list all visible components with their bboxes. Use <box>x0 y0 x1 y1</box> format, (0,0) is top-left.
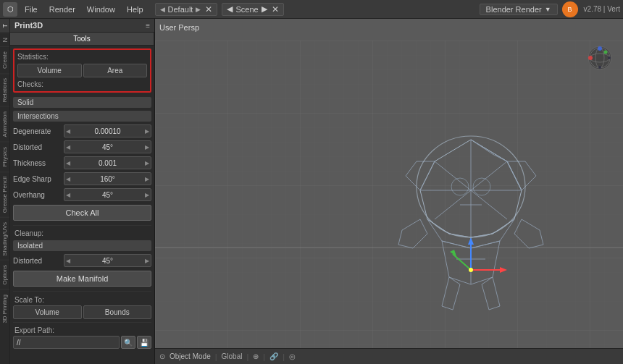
svg-line-30 <box>453 254 471 270</box>
thickness-value[interactable]: ◀ 0.001 ▶ <box>64 156 151 169</box>
statistics-section: Statistics: Volume Area Checks: <box>13 48 151 93</box>
svg-marker-12 <box>406 161 435 190</box>
viewport-mode-icon[interactable]: ⊙ <box>159 352 165 360</box>
solid-section-header[interactable]: Solid <box>13 97 151 108</box>
app-icon[interactable]: ⬡ <box>3 2 17 17</box>
edge-sharp-row: Edge Sharp ◀ 160° ▶ <box>13 172 151 186</box>
viewport-label: User Persp <box>159 23 199 32</box>
svg-marker-19 <box>398 219 427 248</box>
thickness-left-arrow[interactable]: ◀ <box>66 160 70 166</box>
engine-label: Blender Render <box>486 5 542 14</box>
svg-point-41 <box>604 51 608 54</box>
proportional-icon[interactable]: ◎ <box>289 352 296 360</box>
scene-prev-icon[interactable]: ◀ <box>227 4 233 14</box>
snap-icon[interactable]: 🔗 <box>269 352 278 360</box>
scale-bounds-button[interactable]: Bounds <box>83 305 152 319</box>
tab-tools[interactable]: Tools <box>10 33 154 45</box>
navigation-widget <box>587 45 613 71</box>
menu-help[interactable]: Help <box>121 4 149 15</box>
svg-marker-13 <box>507 161 536 190</box>
scene-selector[interactable]: ◀ Scene ▶ ✕ <box>222 3 283 16</box>
workspace-selector[interactable]: ◀ Default ▶ ✕ <box>155 3 218 16</box>
area-button[interactable]: Area <box>83 64 148 77</box>
svg-marker-29 <box>500 267 507 273</box>
edge-sharp-val-text: 160° <box>100 175 115 183</box>
scale-buttons: Volume Bounds <box>13 305 151 319</box>
left-tab-animation[interactable]: Animation <box>0 106 9 142</box>
edge-sharp-right-arrow[interactable]: ▶ <box>145 176 149 182</box>
isolated-section-header[interactable]: Isolated <box>13 240 151 251</box>
workspace-prev-icon[interactable]: ◀ <box>160 6 165 13</box>
workspace-next-icon[interactable]: ▶ <box>196 6 201 13</box>
intersections-section-header[interactable]: Intersections <box>13 111 151 122</box>
viewport[interactable]: User Persp <box>155 19 623 364</box>
degenerate-right-arrow[interactable]: ▶ <box>145 128 149 135</box>
degenerate-val-text: 0.00010 <box>94 127 120 135</box>
overhang-val-text: 45° <box>102 191 113 199</box>
version-label: v2.78 | Vert <box>584 5 620 13</box>
workspace-add-icon[interactable]: ✕ <box>205 4 212 14</box>
scale-to-label: Scale To: <box>10 294 154 305</box>
statistics-label: Statistics: <box>17 53 147 61</box>
global-local-toggle[interactable]: Global <box>222 352 243 360</box>
distorted-cleanup-val-text: 45° <box>102 257 113 265</box>
left-tab-grease[interactable]: Grease Pencil <box>0 172 9 217</box>
scene-next-icon[interactable]: ▶ <box>262 4 267 14</box>
left-tab-physics[interactable]: Physics <box>0 142 9 172</box>
distorted-checks-left-arrow[interactable]: ◀ <box>66 144 70 151</box>
distorted-cleanup-value[interactable]: ◀ 45° ▶ <box>64 254 151 267</box>
export-path-save-icon[interactable]: 💾 <box>137 336 151 349</box>
left-tab-relations[interactable]: Relations <box>0 73 9 106</box>
pivot-icon[interactable]: ⊕ <box>253 352 259 360</box>
cleanup-label: Cleanup: <box>10 228 154 239</box>
overhang-value[interactable]: ◀ 45° ▶ <box>64 188 151 201</box>
thickness-row: Thickness ◀ 0.001 ▶ <box>13 156 151 170</box>
svg-point-38 <box>598 66 601 69</box>
main-content: T N Create Relations Animation Physics G… <box>0 19 623 364</box>
degenerate-value[interactable]: ◀ 0.00010 ▶ <box>64 124 151 137</box>
divider-3 <box>13 322 151 323</box>
3d-model <box>348 125 594 321</box>
svg-marker-20 <box>514 219 543 248</box>
overhang-right-arrow[interactable]: ▶ <box>145 192 149 198</box>
distorted-cleanup-right-arrow[interactable]: ▶ <box>145 258 149 264</box>
engine-selector[interactable]: Blender Render ▼ <box>480 4 558 15</box>
left-tab-shading[interactable]: Shading/UVs <box>0 217 9 261</box>
distorted-checks-right-arrow[interactable]: ▶ <box>145 144 149 151</box>
edge-sharp-value[interactable]: ◀ 160° ▶ <box>64 172 151 185</box>
viewport-bottom-toolbar: ⊙ Object Mode | Global | ⊕ | 🔗 | ◎ <box>155 348 623 364</box>
workspace-label: Default <box>168 5 193 14</box>
export-path-browse-icon[interactable]: 🔍 <box>121 336 135 349</box>
scene-add-icon[interactable]: ✕ <box>272 4 279 14</box>
left-tab-tools[interactable]: T <box>0 19 9 33</box>
menu-render[interactable]: Render <box>43 4 81 15</box>
distorted-checks-value[interactable]: ◀ 45° ▶ <box>64 140 151 153</box>
left-tab-create[interactable]: Create <box>0 46 9 73</box>
volume-button[interactable]: Volume <box>17 64 82 77</box>
distorted-cleanup-left-arrow[interactable]: ◀ <box>66 258 70 264</box>
distorted-cleanup-label: Distorted <box>13 257 64 265</box>
overhang-left-arrow[interactable]: ◀ <box>66 192 70 198</box>
scale-volume-button[interactable]: Volume <box>13 305 82 319</box>
left-tab-options[interactable]: Options <box>0 260 9 289</box>
edge-sharp-left-arrow[interactable]: ◀ <box>66 176 70 182</box>
panel-tabs: Tools <box>10 33 154 46</box>
engine-dropdown-icon[interactable]: ▼ <box>545 6 551 13</box>
panel-menu-icon[interactable]: ≡ <box>146 22 150 30</box>
export-path-row: 🔍 💾 <box>13 336 151 349</box>
svg-marker-27 <box>468 237 474 245</box>
check-all-button[interactable]: Check All <box>13 205 151 221</box>
side-panel: Print3D ≡ Tools Statistics: Volume Area … <box>10 19 155 364</box>
thickness-right-arrow[interactable]: ▶ <box>145 160 149 166</box>
left-tab-properties[interactable]: N <box>0 33 9 47</box>
svg-marker-5 <box>471 140 507 161</box>
menu-file[interactable]: File <box>19 4 43 15</box>
export-path-input[interactable] <box>13 336 120 349</box>
panel-header[interactable]: Print3D ≡ <box>10 19 154 33</box>
menu-window[interactable]: Window <box>81 4 121 15</box>
degenerate-left-arrow[interactable]: ◀ <box>66 128 70 135</box>
svg-point-32 <box>469 268 473 272</box>
left-tab-3dprinting[interactable]: 3D Printing <box>0 289 9 328</box>
distorted-checks-val-text: 45° <box>102 143 113 151</box>
make-manifold-button[interactable]: Make Manifold <box>13 271 151 287</box>
